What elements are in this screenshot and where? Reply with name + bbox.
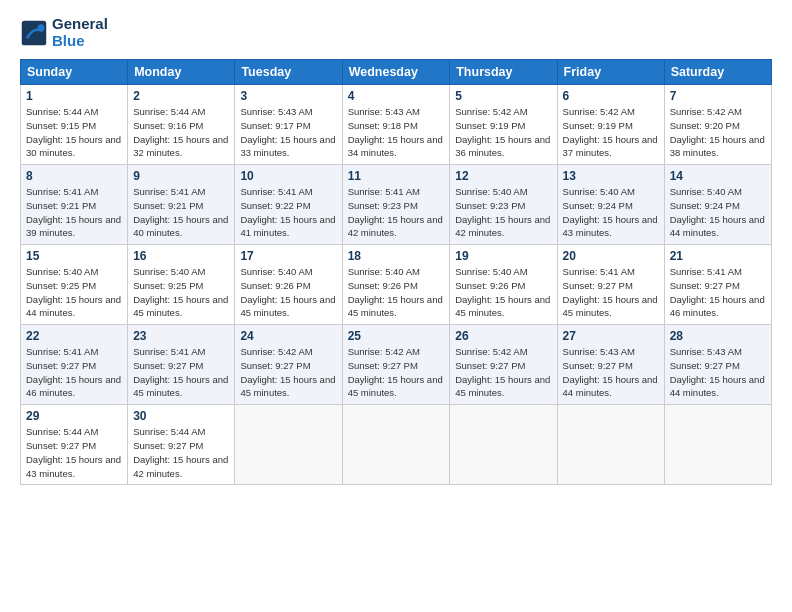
day-number: 26 bbox=[455, 329, 551, 343]
sunset-label: Sunset: 9:24 PM bbox=[563, 200, 633, 211]
day-info: Sunrise: 5:43 AM Sunset: 9:17 PM Dayligh… bbox=[240, 105, 336, 160]
sunset-label: Sunset: 9:19 PM bbox=[563, 120, 633, 131]
calendar: Sunday Monday Tuesday Wednesday Thursday… bbox=[20, 59, 772, 485]
sunset-label: Sunset: 9:21 PM bbox=[133, 200, 203, 211]
table-row: 19 Sunrise: 5:40 AM Sunset: 9:26 PM Dayl… bbox=[450, 245, 557, 325]
sunrise-label: Sunrise: 5:42 AM bbox=[455, 106, 527, 117]
day-info: Sunrise: 5:41 AM Sunset: 9:27 PM Dayligh… bbox=[133, 345, 229, 400]
sunrise-label: Sunrise: 5:41 AM bbox=[26, 186, 98, 197]
table-row bbox=[235, 405, 342, 485]
day-info: Sunrise: 5:41 AM Sunset: 9:21 PM Dayligh… bbox=[133, 185, 229, 240]
table-row: 3 Sunrise: 5:43 AM Sunset: 9:17 PM Dayli… bbox=[235, 85, 342, 165]
day-number: 4 bbox=[348, 89, 445, 103]
calendar-week-row: 22 Sunrise: 5:41 AM Sunset: 9:27 PM Dayl… bbox=[21, 325, 772, 405]
day-info: Sunrise: 5:42 AM Sunset: 9:27 PM Dayligh… bbox=[240, 345, 336, 400]
sunrise-label: Sunrise: 5:40 AM bbox=[455, 266, 527, 277]
sunset-label: Sunset: 9:27 PM bbox=[670, 280, 740, 291]
table-row: 25 Sunrise: 5:42 AM Sunset: 9:27 PM Dayl… bbox=[342, 325, 450, 405]
sunrise-label: Sunrise: 5:42 AM bbox=[348, 346, 420, 357]
sunrise-label: Sunrise: 5:41 AM bbox=[26, 346, 98, 357]
table-row: 29 Sunrise: 5:44 AM Sunset: 9:27 PM Dayl… bbox=[21, 405, 128, 485]
col-thursday: Thursday bbox=[450, 60, 557, 85]
sunset-label: Sunset: 9:27 PM bbox=[26, 360, 96, 371]
daylight-label: Daylight: 15 hours and 45 minutes. bbox=[455, 294, 550, 319]
day-number: 17 bbox=[240, 249, 336, 263]
col-tuesday: Tuesday bbox=[235, 60, 342, 85]
day-number: 29 bbox=[26, 409, 122, 423]
day-info: Sunrise: 5:41 AM Sunset: 9:22 PM Dayligh… bbox=[240, 185, 336, 240]
sunset-label: Sunset: 9:27 PM bbox=[563, 360, 633, 371]
sunrise-label: Sunrise: 5:44 AM bbox=[133, 426, 205, 437]
sunrise-label: Sunrise: 5:40 AM bbox=[455, 186, 527, 197]
daylight-label: Daylight: 15 hours and 44 minutes. bbox=[26, 294, 121, 319]
sunrise-label: Sunrise: 5:41 AM bbox=[133, 186, 205, 197]
day-number: 14 bbox=[670, 169, 766, 183]
day-number: 20 bbox=[563, 249, 659, 263]
sunrise-label: Sunrise: 5:41 AM bbox=[133, 346, 205, 357]
table-row bbox=[664, 405, 771, 485]
daylight-label: Daylight: 15 hours and 45 minutes. bbox=[133, 294, 228, 319]
day-info: Sunrise: 5:43 AM Sunset: 9:27 PM Dayligh… bbox=[670, 345, 766, 400]
logo-icon bbox=[20, 19, 48, 47]
sunrise-label: Sunrise: 5:40 AM bbox=[133, 266, 205, 277]
day-number: 10 bbox=[240, 169, 336, 183]
table-row: 15 Sunrise: 5:40 AM Sunset: 9:25 PM Dayl… bbox=[21, 245, 128, 325]
calendar-week-row: 29 Sunrise: 5:44 AM Sunset: 9:27 PM Dayl… bbox=[21, 405, 772, 485]
sunset-label: Sunset: 9:27 PM bbox=[670, 360, 740, 371]
daylight-label: Daylight: 15 hours and 45 minutes. bbox=[240, 294, 335, 319]
table-row: 17 Sunrise: 5:40 AM Sunset: 9:26 PM Dayl… bbox=[235, 245, 342, 325]
sunrise-label: Sunrise: 5:44 AM bbox=[26, 106, 98, 117]
day-info: Sunrise: 5:41 AM Sunset: 9:27 PM Dayligh… bbox=[26, 345, 122, 400]
table-row: 4 Sunrise: 5:43 AM Sunset: 9:18 PM Dayli… bbox=[342, 85, 450, 165]
day-number: 7 bbox=[670, 89, 766, 103]
sunset-label: Sunset: 9:24 PM bbox=[670, 200, 740, 211]
day-number: 21 bbox=[670, 249, 766, 263]
daylight-label: Daylight: 15 hours and 30 minutes. bbox=[26, 134, 121, 159]
sunset-label: Sunset: 9:23 PM bbox=[455, 200, 525, 211]
day-info: Sunrise: 5:40 AM Sunset: 9:23 PM Dayligh… bbox=[455, 185, 551, 240]
sunset-label: Sunset: 9:26 PM bbox=[348, 280, 418, 291]
daylight-label: Daylight: 15 hours and 44 minutes. bbox=[670, 374, 765, 399]
daylight-label: Daylight: 15 hours and 33 minutes. bbox=[240, 134, 335, 159]
col-sunday: Sunday bbox=[21, 60, 128, 85]
sunset-label: Sunset: 9:20 PM bbox=[670, 120, 740, 131]
sunset-label: Sunset: 9:27 PM bbox=[133, 360, 203, 371]
day-info: Sunrise: 5:40 AM Sunset: 9:26 PM Dayligh… bbox=[348, 265, 445, 320]
day-number: 30 bbox=[133, 409, 229, 423]
table-row: 30 Sunrise: 5:44 AM Sunset: 9:27 PM Dayl… bbox=[128, 405, 235, 485]
day-info: Sunrise: 5:41 AM Sunset: 9:21 PM Dayligh… bbox=[26, 185, 122, 240]
table-row: 16 Sunrise: 5:40 AM Sunset: 9:25 PM Dayl… bbox=[128, 245, 235, 325]
daylight-label: Daylight: 15 hours and 44 minutes. bbox=[670, 214, 765, 239]
table-row: 8 Sunrise: 5:41 AM Sunset: 9:21 PM Dayli… bbox=[21, 165, 128, 245]
table-row: 2 Sunrise: 5:44 AM Sunset: 9:16 PM Dayli… bbox=[128, 85, 235, 165]
daylight-label: Daylight: 15 hours and 42 minutes. bbox=[455, 214, 550, 239]
logo: General Blue bbox=[20, 16, 108, 49]
sunrise-label: Sunrise: 5:41 AM bbox=[348, 186, 420, 197]
day-number: 12 bbox=[455, 169, 551, 183]
sunrise-label: Sunrise: 5:41 AM bbox=[563, 266, 635, 277]
day-info: Sunrise: 5:42 AM Sunset: 9:27 PM Dayligh… bbox=[348, 345, 445, 400]
day-number: 13 bbox=[563, 169, 659, 183]
daylight-label: Daylight: 15 hours and 46 minutes. bbox=[670, 294, 765, 319]
table-row bbox=[557, 405, 664, 485]
day-number: 27 bbox=[563, 329, 659, 343]
day-number: 5 bbox=[455, 89, 551, 103]
day-number: 2 bbox=[133, 89, 229, 103]
table-row: 9 Sunrise: 5:41 AM Sunset: 9:21 PM Dayli… bbox=[128, 165, 235, 245]
day-number: 24 bbox=[240, 329, 336, 343]
sunset-label: Sunset: 9:18 PM bbox=[348, 120, 418, 131]
day-info: Sunrise: 5:41 AM Sunset: 9:27 PM Dayligh… bbox=[563, 265, 659, 320]
sunrise-label: Sunrise: 5:40 AM bbox=[563, 186, 635, 197]
sunrise-label: Sunrise: 5:44 AM bbox=[133, 106, 205, 117]
day-info: Sunrise: 5:44 AM Sunset: 9:15 PM Dayligh… bbox=[26, 105, 122, 160]
day-number: 6 bbox=[563, 89, 659, 103]
col-monday: Monday bbox=[128, 60, 235, 85]
day-number: 11 bbox=[348, 169, 445, 183]
table-row: 10 Sunrise: 5:41 AM Sunset: 9:22 PM Dayl… bbox=[235, 165, 342, 245]
day-number: 8 bbox=[26, 169, 122, 183]
sunset-label: Sunset: 9:21 PM bbox=[26, 200, 96, 211]
day-info: Sunrise: 5:42 AM Sunset: 9:19 PM Dayligh… bbox=[455, 105, 551, 160]
sunrise-label: Sunrise: 5:40 AM bbox=[348, 266, 420, 277]
sunset-label: Sunset: 9:27 PM bbox=[563, 280, 633, 291]
sunset-label: Sunset: 9:27 PM bbox=[240, 360, 310, 371]
